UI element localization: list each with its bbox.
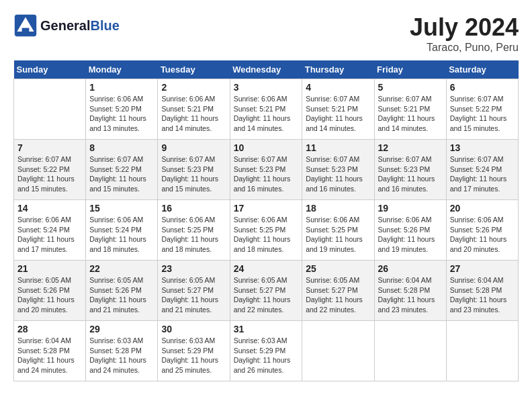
- day-number: 24: [234, 263, 299, 274]
- day-number: 4: [306, 82, 370, 93]
- calendar-cell: 19Sunrise: 6:06 AM Sunset: 5:26 PM Dayli…: [374, 200, 446, 261]
- day-info: Sunrise: 6:07 AM Sunset: 5:22 PM Dayligh…: [17, 154, 82, 194]
- calendar-cell: 22Sunrise: 6:05 AM Sunset: 5:26 PM Dayli…: [86, 261, 158, 321]
- day-number: 22: [89, 263, 154, 274]
- day-of-week-header: Monday: [86, 60, 158, 79]
- day-info: Sunrise: 6:03 AM Sunset: 5:28 PM Dayligh…: [89, 336, 154, 375]
- day-of-week-header: Thursday: [302, 60, 374, 79]
- day-number: 29: [89, 324, 154, 334]
- day-info: Sunrise: 6:07 AM Sunset: 5:21 PM Dayligh…: [306, 94, 370, 134]
- day-info: Sunrise: 6:05 AM Sunset: 5:26 PM Dayligh…: [17, 275, 82, 315]
- day-info: Sunrise: 6:05 AM Sunset: 5:27 PM Dayligh…: [234, 275, 299, 315]
- page-header: GeneralBlue July 2024 Taraco, Puno, Peru: [13, 13, 519, 54]
- calendar-cell: 14Sunrise: 6:06 AM Sunset: 5:24 PM Dayli…: [14, 200, 86, 261]
- day-info: Sunrise: 6:03 AM Sunset: 5:29 PM Dayligh…: [161, 336, 226, 375]
- day-of-week-header: Tuesday: [158, 60, 230, 79]
- calendar-cell: 29Sunrise: 6:03 AM Sunset: 5:28 PM Dayli…: [86, 321, 158, 381]
- day-number: 23: [161, 263, 226, 274]
- calendar-cell: 26Sunrise: 6:04 AM Sunset: 5:28 PM Dayli…: [374, 261, 446, 321]
- calendar-cell: 1Sunrise: 6:06 AM Sunset: 5:20 PM Daylig…: [86, 79, 158, 140]
- calendar-cell: 2Sunrise: 6:06 AM Sunset: 5:21 PM Daylig…: [158, 79, 230, 140]
- day-of-week-header: Saturday: [446, 60, 518, 79]
- location: Taraco, Puno, Peru: [410, 42, 519, 54]
- calendar-cell: [446, 321, 518, 381]
- day-number: 18: [306, 203, 370, 214]
- calendar-cell: 3Sunrise: 6:06 AM Sunset: 5:21 PM Daylig…: [230, 79, 302, 140]
- day-number: 7: [17, 142, 82, 153]
- day-info: Sunrise: 6:06 AM Sunset: 5:24 PM Dayligh…: [89, 215, 154, 255]
- day-info: Sunrise: 6:06 AM Sunset: 5:25 PM Dayligh…: [161, 215, 226, 255]
- day-number: 13: [450, 142, 515, 153]
- day-number: 9: [161, 142, 226, 153]
- calendar-cell: 30Sunrise: 6:03 AM Sunset: 5:29 PM Dayli…: [158, 321, 230, 381]
- calendar-week-row: 1Sunrise: 6:06 AM Sunset: 5:20 PM Daylig…: [14, 79, 519, 140]
- day-number: 25: [306, 263, 370, 274]
- day-number: 14: [17, 203, 82, 214]
- day-number: 10: [234, 142, 299, 153]
- day-info: Sunrise: 6:07 AM Sunset: 5:23 PM Dayligh…: [306, 154, 370, 194]
- day-info: Sunrise: 6:06 AM Sunset: 5:25 PM Dayligh…: [234, 215, 299, 255]
- calendar-cell: 28Sunrise: 6:04 AM Sunset: 5:28 PM Dayli…: [14, 321, 86, 381]
- calendar-week-row: 7Sunrise: 6:07 AM Sunset: 5:22 PM Daylig…: [14, 140, 519, 200]
- calendar-cell: [374, 321, 446, 381]
- day-info: Sunrise: 6:04 AM Sunset: 5:28 PM Dayligh…: [450, 275, 515, 315]
- calendar-cell: 18Sunrise: 6:06 AM Sunset: 5:25 PM Dayli…: [302, 200, 374, 261]
- day-info: Sunrise: 6:06 AM Sunset: 5:21 PM Dayligh…: [234, 94, 299, 134]
- day-info: Sunrise: 6:06 AM Sunset: 5:26 PM Dayligh…: [450, 215, 515, 255]
- day-info: Sunrise: 6:07 AM Sunset: 5:23 PM Dayligh…: [378, 154, 443, 194]
- calendar-cell: 27Sunrise: 6:04 AM Sunset: 5:28 PM Dayli…: [446, 261, 518, 321]
- calendar-cell: 6Sunrise: 6:07 AM Sunset: 5:22 PM Daylig…: [446, 79, 518, 140]
- calendar-cell: 17Sunrise: 6:06 AM Sunset: 5:25 PM Dayli…: [230, 200, 302, 261]
- calendar-week-row: 21Sunrise: 6:05 AM Sunset: 5:26 PM Dayli…: [14, 261, 519, 321]
- calendar-cell: 11Sunrise: 6:07 AM Sunset: 5:23 PM Dayli…: [302, 140, 374, 200]
- calendar-week-row: 14Sunrise: 6:06 AM Sunset: 5:24 PM Dayli…: [14, 200, 519, 261]
- calendar-cell: 10Sunrise: 6:07 AM Sunset: 5:23 PM Dayli…: [230, 140, 302, 200]
- day-info: Sunrise: 6:07 AM Sunset: 5:24 PM Dayligh…: [450, 154, 515, 194]
- day-of-week-header: Wednesday: [230, 60, 302, 79]
- day-info: Sunrise: 6:05 AM Sunset: 5:27 PM Dayligh…: [161, 275, 226, 315]
- calendar-table: SundayMondayTuesdayWednesdayThursdayFrid…: [13, 60, 519, 381]
- day-number: 16: [161, 203, 226, 214]
- day-info: Sunrise: 6:07 AM Sunset: 5:23 PM Dayligh…: [234, 154, 299, 194]
- day-info: Sunrise: 6:06 AM Sunset: 5:24 PM Dayligh…: [17, 215, 82, 255]
- day-number: 12: [378, 142, 443, 153]
- calendar-cell: 4Sunrise: 6:07 AM Sunset: 5:21 PM Daylig…: [302, 79, 374, 140]
- calendar-cell: 12Sunrise: 6:07 AM Sunset: 5:23 PM Dayli…: [374, 140, 446, 200]
- day-number: 20: [450, 203, 515, 214]
- day-info: Sunrise: 6:07 AM Sunset: 5:22 PM Dayligh…: [89, 154, 154, 194]
- day-number: 2: [161, 82, 226, 93]
- day-info: Sunrise: 6:06 AM Sunset: 5:20 PM Dayligh…: [89, 94, 154, 134]
- day-info: Sunrise: 6:07 AM Sunset: 5:21 PM Dayligh…: [378, 94, 443, 134]
- day-info: Sunrise: 6:05 AM Sunset: 5:26 PM Dayligh…: [89, 275, 154, 315]
- day-info: Sunrise: 6:07 AM Sunset: 5:22 PM Dayligh…: [450, 94, 515, 134]
- day-info: Sunrise: 6:06 AM Sunset: 5:25 PM Dayligh…: [306, 215, 370, 255]
- calendar-cell: 21Sunrise: 6:05 AM Sunset: 5:26 PM Dayli…: [14, 261, 86, 321]
- logo-general: General: [40, 18, 90, 33]
- calendar-cell: 5Sunrise: 6:07 AM Sunset: 5:21 PM Daylig…: [374, 79, 446, 140]
- day-info: Sunrise: 6:04 AM Sunset: 5:28 PM Dayligh…: [378, 275, 443, 315]
- day-number: 26: [378, 263, 443, 274]
- day-info: Sunrise: 6:04 AM Sunset: 5:28 PM Dayligh…: [17, 336, 82, 375]
- day-info: Sunrise: 6:06 AM Sunset: 5:21 PM Dayligh…: [161, 94, 226, 134]
- logo-icon: [13, 13, 38, 38]
- day-number: 6: [450, 82, 515, 93]
- calendar-cell: 16Sunrise: 6:06 AM Sunset: 5:25 PM Dayli…: [158, 200, 230, 261]
- day-number: 5: [378, 82, 443, 93]
- calendar-cell: 23Sunrise: 6:05 AM Sunset: 5:27 PM Dayli…: [158, 261, 230, 321]
- calendar-cell: 9Sunrise: 6:07 AM Sunset: 5:23 PM Daylig…: [158, 140, 230, 200]
- day-info: Sunrise: 6:06 AM Sunset: 5:26 PM Dayligh…: [378, 215, 443, 255]
- calendar-cell: 8Sunrise: 6:07 AM Sunset: 5:22 PM Daylig…: [86, 140, 158, 200]
- logo-blue: Blue: [90, 18, 119, 33]
- day-number: 11: [306, 142, 370, 153]
- day-number: 3: [234, 82, 299, 93]
- calendar-cell: [302, 321, 374, 381]
- day-number: 31: [234, 324, 299, 334]
- day-info: Sunrise: 6:05 AM Sunset: 5:27 PM Dayligh…: [306, 275, 370, 315]
- day-number: 28: [17, 324, 82, 334]
- calendar-cell: [14, 79, 86, 140]
- calendar-cell: 25Sunrise: 6:05 AM Sunset: 5:27 PM Dayli…: [302, 261, 374, 321]
- day-info: Sunrise: 6:03 AM Sunset: 5:29 PM Dayligh…: [234, 336, 299, 375]
- day-number: 15: [89, 203, 154, 214]
- calendar-week-row: 28Sunrise: 6:04 AM Sunset: 5:28 PM Dayli…: [14, 321, 519, 381]
- month-year: July 2024: [410, 13, 519, 42]
